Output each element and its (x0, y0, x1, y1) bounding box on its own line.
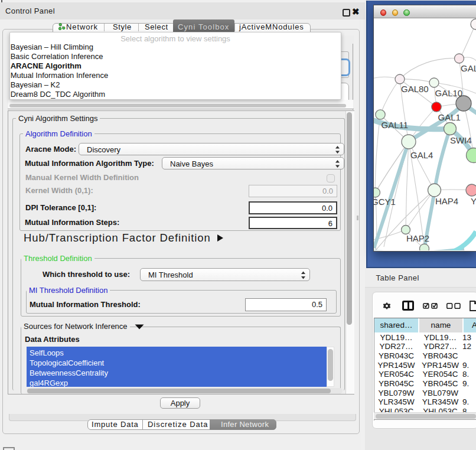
svg-text:GCY1: GCY1 (374, 197, 396, 207)
svg-text:GAL10: GAL10 (435, 88, 463, 98)
svg-text:HAP2: HAP2 (406, 233, 429, 243)
svg-text:Y: Y (471, 196, 476, 206)
svg-text:GAL4: GAL4 (410, 150, 433, 160)
svg-text:SWI4: SWI4 (450, 135, 472, 145)
svg-text:GAL1: GAL1 (438, 112, 461, 122)
svg-text:GAL2: GAL2 (461, 63, 476, 73)
svg-text:GAL11: GAL11 (382, 120, 409, 130)
svg-text:GAL80: GAL80 (401, 84, 429, 94)
svg-text:HAP4: HAP4 (435, 196, 458, 206)
